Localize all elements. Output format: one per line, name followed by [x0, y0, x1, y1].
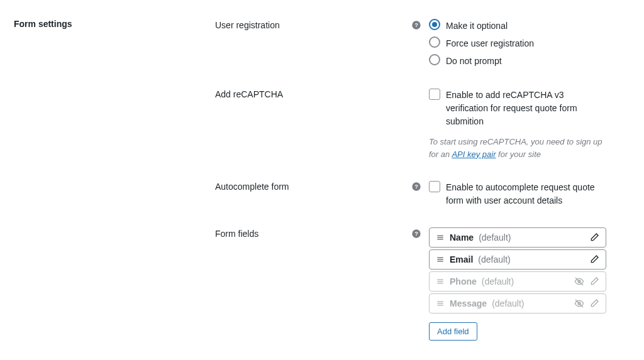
- setting-autocomplete: Autocomplete form ? Enable to autocomple…: [215, 180, 606, 207]
- section-title: Form settings: [14, 19, 215, 360]
- radio-label-no-prompt: Do not prompt: [446, 54, 502, 68]
- recaptcha-label: Add reCAPTCHA: [215, 88, 404, 99]
- api-key-pair-link[interactable]: API key pair: [452, 150, 496, 159]
- field-row[interactable]: Email (default): [429, 249, 606, 270]
- radio-force-registration[interactable]: [429, 36, 440, 48]
- setting-recaptcha: Add reCAPTCHA Enable to add reCAPTCHA v3…: [215, 88, 606, 160]
- field-suffix: (default): [482, 276, 514, 286]
- recaptcha-helper: To start using reCAPTCHA, you need to si…: [429, 136, 606, 160]
- checkbox-recaptcha[interactable]: [429, 89, 440, 100]
- user-registration-label: User registration: [215, 19, 404, 30]
- radio-label-force: Force user registration: [446, 36, 534, 50]
- checkbox-label-autocomplete: Enable to autocomplete request quote for…: [446, 180, 606, 207]
- setting-user-registration: User registration ? Make it optional For…: [215, 19, 606, 68]
- drag-icon[interactable]: [436, 233, 445, 242]
- field-suffix: (default): [492, 298, 524, 308]
- field-name: Phone: [450, 276, 477, 286]
- checkbox-label-recaptcha: Enable to add reCAPTCHA v3 verification …: [446, 88, 606, 128]
- setting-form-fields: Form fields ? Name (default)Email (defau…: [215, 227, 606, 341]
- pencil-icon[interactable]: [589, 254, 599, 265]
- radio-do-not-prompt[interactable]: [429, 54, 440, 65]
- pencil-icon[interactable]: [589, 232, 599, 243]
- help-icon[interactable]: ?: [411, 229, 421, 239]
- pencil-icon[interactable]: [589, 298, 599, 308]
- add-field-button[interactable]: Add field: [429, 322, 477, 341]
- pencil-icon[interactable]: [589, 276, 599, 286]
- radio-label-optional: Make it optional: [446, 19, 508, 33]
- form-fields-list: Name (default)Email (default)Phone (defa…: [429, 227, 606, 314]
- help-icon[interactable]: ?: [411, 20, 421, 30]
- form-fields-label: Form fields: [215, 227, 404, 239]
- field-suffix: (default): [479, 232, 511, 243]
- settings-column: User registration ? Make it optional For…: [215, 19, 606, 360]
- field-row[interactable]: Message (default): [429, 293, 606, 314]
- drag-icon[interactable]: [436, 277, 445, 286]
- drag-icon[interactable]: [436, 299, 445, 308]
- drag-icon[interactable]: [436, 255, 445, 264]
- eye-off-icon[interactable]: [574, 298, 584, 308]
- field-row[interactable]: Phone (default): [429, 271, 606, 292]
- field-name: Name: [450, 232, 474, 243]
- field-name: Message: [450, 298, 487, 308]
- autocomplete-label: Autocomplete form: [215, 180, 404, 192]
- checkbox-autocomplete[interactable]: [429, 181, 440, 192]
- help-icon[interactable]: ?: [411, 182, 421, 192]
- svg-text:?: ?: [414, 231, 418, 237]
- field-row[interactable]: Name (default): [429, 227, 606, 248]
- eye-off-icon[interactable]: [574, 276, 584, 286]
- radio-make-optional[interactable]: [429, 19, 440, 30]
- field-suffix: (default): [478, 254, 510, 265]
- svg-text:?: ?: [414, 183, 418, 190]
- field-name: Email: [450, 254, 473, 265]
- svg-text:?: ?: [414, 22, 418, 28]
